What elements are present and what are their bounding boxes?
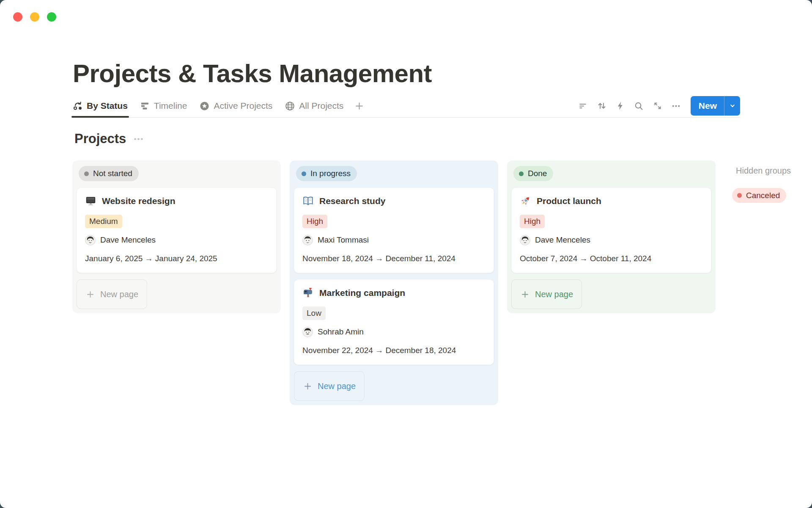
card-title: Research study [319,196,385,206]
status-dot [302,171,306,176]
new-page-button[interactable]: New page [511,279,582,309]
minimize-button[interactable] [30,12,39,22]
avatar [520,235,530,246]
card-dates: November 22, 2024 → December 18, 2024 [302,345,466,356]
window-controls [13,12,56,22]
more-icon[interactable] [669,98,684,113]
card-dates: November 18, 2024 → December 11, 2024 [302,253,486,265]
avatar [302,327,313,337]
page-title: Projects & Tasks Management [73,58,812,89]
assignee-name: Maxi Tommasi [318,235,369,245]
plus-icon [520,290,530,299]
card-product-launch[interactable]: Product launch High [511,188,711,273]
status-pill-in-progress[interactable]: In progress [296,166,357,181]
timeline-icon [140,101,150,111]
section-title: Projects [74,130,126,147]
rocket-icon [520,195,531,207]
globe-icon [285,101,295,111]
lightning-icon[interactable] [613,98,628,113]
hidden-groups-label: Hidden groups [736,166,809,176]
priority-badge: Medium [85,215,122,228]
new-button-label[interactable]: New [691,96,724,116]
tab-by-status[interactable]: By Status [73,94,128,117]
assignee-name: Sohrab Amin [318,327,364,337]
new-page-label: New page [100,290,138,299]
tab-label: Active Projects [214,101,272,111]
plus-icon [354,101,365,111]
new-page-label: New page [318,381,356,391]
column-done: Done [507,160,716,313]
status-label: In progress [310,169,351,178]
card-dates: January 6, 2025 → January 24, 2025 [85,253,268,265]
status-pill-done[interactable]: Done [513,166,553,181]
avatar [85,235,96,246]
assignee-row: Dave Menceles [85,235,268,246]
tab-label: Timeline [154,101,187,111]
view-bar: By Status Timeline [73,94,740,118]
status-label: Canceled [746,191,780,200]
avatar [302,235,313,246]
card-title: Product launch [537,196,601,206]
status-pill-not-started[interactable]: Not started [79,166,139,181]
new-page-label: New page [535,290,573,299]
chevron-down-icon [728,102,737,110]
status-view-icon [73,101,83,111]
app-window: Projects & Tasks Management By Status [0,0,812,508]
new-page-button[interactable]: New page [294,371,365,401]
expand-icon[interactable] [650,98,665,113]
monitor-icon [85,195,96,207]
assignee-row: Sohrab Amin [302,327,486,337]
assignee-row: Maxi Tommasi [302,235,486,246]
status-label: Not started [93,169,132,178]
new-button-dropdown[interactable] [724,96,740,116]
assignee-name: Dave Menceles [535,235,590,245]
ellipsis-icon[interactable] [133,133,144,145]
assignee-row: Dave Menceles [520,235,703,246]
card-title: Marketing campaign [319,288,405,298]
priority-badge: Low [302,306,326,320]
tab-timeline[interactable]: Timeline [140,94,187,117]
plus-icon [85,290,95,299]
assignee-name: Dave Menceles [100,235,156,245]
add-view-button[interactable] [354,101,365,111]
priority-badge: High [302,215,327,228]
view-tabs: By Status Timeline [73,94,365,117]
priority-badge: High [520,215,545,228]
mailbox-icon [302,287,314,298]
star-circle-icon [199,101,210,111]
filter-icon[interactable] [576,98,591,113]
status-dot [84,171,89,176]
status-pill-canceled[interactable]: Canceled [732,188,786,203]
hidden-groups: Hidden groups Canceled [724,160,809,203]
section-header: Projects [74,130,812,147]
card-dates: October 7, 2024 → October 11, 2024 [520,253,703,265]
tab-active-projects[interactable]: Active Projects [199,94,272,117]
tab-label: By Status [87,101,128,111]
close-button[interactable] [13,12,22,22]
view-toolbar: New [576,96,740,116]
tab-all-projects[interactable]: All Projects [285,94,343,117]
status-label: Done [528,169,547,178]
zoom-button[interactable] [47,12,56,22]
column-not-started: Not started Websi [72,160,281,313]
open-book-icon [302,195,314,207]
status-dot [737,193,742,198]
tab-label: All Projects [299,101,343,111]
card-website-redesign[interactable]: Website redesign Medium [77,188,277,273]
card-title: Website redesign [102,196,176,206]
new-page-button[interactable]: New page [77,279,147,309]
search-icon[interactable] [631,98,647,113]
card-marketing-campaign[interactable]: Marketing campaign Low [294,279,494,365]
column-in-progress: In progress Research study Hig [290,160,498,405]
status-dot [519,171,524,176]
card-research-study[interactable]: Research study High [294,188,494,273]
kanban-board: Not started Websi [0,160,812,405]
sort-icon[interactable] [594,98,609,113]
plus-icon [303,381,313,391]
new-button[interactable]: New [691,96,740,116]
